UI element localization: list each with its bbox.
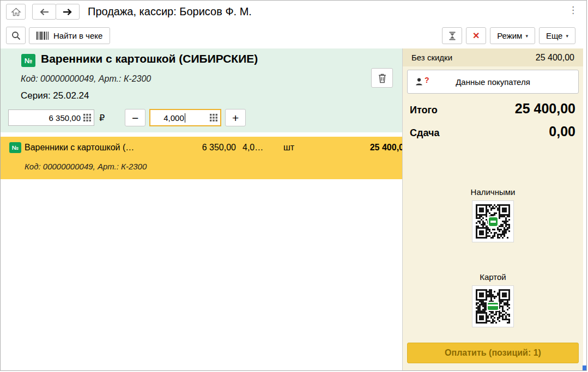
price-value: 6 350,00 — [9, 113, 83, 123]
product-code-line: Код: 00000000049, Арт.: К-2300 — [21, 74, 151, 84]
toolbar-right: ✕ Режим ▾ Еще ▾ — [442, 27, 575, 44]
search-button[interactable] — [6, 27, 26, 44]
quantity-price-controls: 6 350,00 ₽ − — [8, 109, 246, 126]
total-label: Итого — [410, 105, 438, 116]
cash-label: Наличными — [403, 187, 583, 197]
quantity-minus-button[interactable]: − — [125, 109, 146, 126]
postpone-receipt-button[interactable] — [442, 27, 462, 44]
card-payment-section: Картой — [403, 272, 583, 327]
hourglass-icon — [448, 32, 456, 40]
keypad-icon[interactable] — [210, 114, 217, 121]
no-discount-strip: Без скидки 25 400,00 — [403, 48, 583, 66]
content-area: № Варенники с картошкой (СИБИРСКИЕ) Код:… — [1, 48, 586, 370]
change-value: 0,00 — [549, 124, 575, 139]
quantity-value: 4,000 — [163, 113, 184, 123]
currency-label: ₽ — [99, 113, 105, 123]
mode-dropdown-button[interactable]: Режим ▾ — [490, 27, 535, 44]
menu-icon[interactable]: ⋮ — [566, 4, 580, 16]
no-discount-label: Без скидки — [411, 53, 452, 62]
receipt-row[interactable]: № Варенники с картошкой (… 6 350,00 4,0…… — [1, 137, 402, 179]
mode-label: Режим — [497, 31, 522, 40]
row-sum: 25 400,0 — [370, 143, 402, 153]
customer-data-label: Данные покупателя — [408, 70, 578, 93]
cancel-receipt-button[interactable]: ✕ — [466, 27, 486, 44]
more-dropdown-button[interactable]: Еще ▾ — [539, 27, 575, 44]
row-code-line: Код: 00000000049, Арт.: К-2300 — [25, 162, 147, 171]
scrollbar-corner — [583, 365, 587, 370]
total-row: Итого 25 400,00 — [410, 101, 575, 117]
chevron-down-icon: ▾ — [525, 33, 528, 39]
card-icon — [472, 286, 513, 327]
chevron-down-icon: ▾ — [566, 33, 568, 39]
forward-button[interactable] — [56, 4, 80, 20]
selected-product-panel: № Варенники с картошкой (СИБИРСКИЕ) Код:… — [1, 48, 402, 132]
toolbar: Найти в чеке ✕ Режим ▾ Еще ▾ — [1, 23, 586, 48]
receipt-area: № Варенники с картошкой (СИБИРСКИЕ) Код:… — [1, 48, 402, 370]
no-discount-value: 25 400,00 — [536, 53, 574, 63]
cash-icon — [472, 201, 513, 242]
nav-group — [32, 4, 80, 20]
find-in-receipt-button[interactable]: Найти в чеке — [29, 27, 110, 44]
row-quantity: 4,0… — [243, 143, 263, 153]
price-input[interactable]: 6 350,00 — [8, 109, 94, 126]
summary-panel: Без скидки 25 400,00 ? Данные покупателя… — [402, 48, 583, 370]
titlebar: Продажа, кассир: Борисов Ф. М. ⋮ — [1, 1, 586, 23]
quantity-input[interactable]: 4,000 — [149, 109, 221, 126]
back-arrow-icon — [39, 8, 50, 16]
change-label: Сдача — [410, 127, 439, 139]
product-title: Варенники с картошкой (СИБИРСКИЕ) — [41, 52, 258, 65]
scrollbar[interactable] — [584, 48, 587, 370]
customer-data-button[interactable]: ? Данные покупателя — [407, 70, 579, 94]
home-button[interactable] — [6, 4, 26, 20]
card-qr-code[interactable] — [472, 285, 514, 327]
row-product-name: Варенники с картошкой (… — [25, 143, 134, 153]
quantity-plus-button[interactable]: + — [225, 109, 246, 126]
cash-payment-section: Наличными — [403, 187, 583, 242]
change-row: Сдача 0,00 — [410, 124, 575, 139]
row-unit: шт — [283, 143, 294, 153]
product-series-line: Серия: 25.02.24 — [21, 90, 89, 101]
trash-icon — [378, 73, 387, 83]
card-label: Картой — [403, 272, 583, 282]
find-in-receipt-label: Найти в чеке — [53, 31, 102, 40]
row-price: 6 350,00 — [180, 143, 236, 153]
keypad-icon[interactable] — [83, 114, 91, 121]
row-number-badge: № — [9, 142, 21, 153]
home-icon — [11, 7, 21, 17]
pos-window: Продажа, кассир: Борисов Ф. М. ⋮ Найти в… — [0, 0, 587, 371]
delete-row-button[interactable] — [371, 68, 393, 88]
back-button[interactable] — [32, 4, 56, 20]
pay-button[interactable]: Оплатить (позиций: 1) — [407, 343, 579, 363]
search-icon — [11, 31, 21, 40]
row-number-badge: № — [21, 54, 35, 67]
total-value: 25 400,00 — [515, 101, 575, 117]
page-title: Продажа, кассир: Борисов Ф. М. — [88, 5, 252, 18]
barcode-icon — [37, 32, 49, 40]
close-icon: ✕ — [472, 32, 480, 40]
text-cursor — [185, 113, 185, 123]
more-label: Еще — [546, 31, 563, 40]
cash-qr-code[interactable] — [472, 200, 514, 242]
forward-arrow-icon — [62, 8, 73, 16]
